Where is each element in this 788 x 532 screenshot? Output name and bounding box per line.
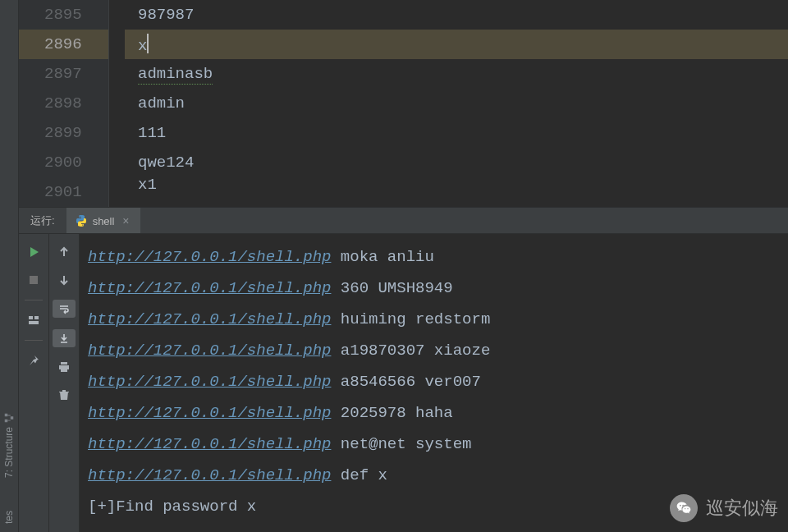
gutter-line-number: 2900 — [19, 154, 108, 172]
trash-icon[interactable] — [54, 387, 74, 403]
watermark: 巡安似海 — [670, 494, 778, 522]
soft-wrap-icon[interactable] — [53, 300, 76, 318]
console-text: def x — [331, 466, 387, 484]
console-url[interactable]: http://127.0.0.1/shell.php — [88, 435, 331, 453]
code-line[interactable]: 987987 — [125, 6, 194, 24]
wechat-icon — [670, 494, 698, 522]
console-text: moka anliu — [331, 248, 433, 266]
gutter-line-number: 2897 — [19, 65, 108, 83]
console-url[interactable]: http://127.0.0.1/shell.php — [88, 342, 331, 360]
svg-rect-1 — [5, 420, 8, 423]
layout-icon[interactable] — [24, 312, 44, 328]
svg-rect-3 — [30, 276, 38, 284]
console-output[interactable]: http://127.0.0.1/shell.php moka anliuhtt… — [80, 234, 788, 532]
stop-icon[interactable] — [24, 272, 44, 288]
up-icon[interactable] — [54, 244, 74, 260]
console-url[interactable]: http://127.0.0.1/shell.php — [88, 248, 331, 266]
console-url[interactable]: http://127.0.0.1/shell.php — [88, 404, 331, 422]
console-text: huiming redstorm — [331, 310, 490, 328]
code-line[interactable]: x — [125, 34, 149, 55]
structure-toolwindow-label[interactable]: 7: Structure — [3, 427, 15, 478]
console-text: a8546566 ver007 — [331, 373, 480, 391]
console-text: 2025978 haha — [331, 404, 452, 422]
watermark-text: 巡安似海 — [706, 496, 778, 521]
code-line[interactable]: adminasb — [125, 65, 213, 83]
editor-code-area[interactable]: 987987xadminasbadmin111qwe124x1 — [109, 0, 788, 207]
gutter-line-number: 2896 — [19, 35, 108, 53]
down-icon[interactable] — [54, 272, 74, 288]
run-toolwindow-body: http://127.0.0.1/shell.php moka anliuhtt… — [19, 234, 788, 532]
tab-label: shell — [93, 215, 115, 227]
tab-shell[interactable]: shell × — [66, 208, 141, 233]
console-url[interactable]: http://127.0.0.1/shell.php — [88, 279, 331, 297]
editor-gutter: 2895289628972898289929002901 — [19, 0, 109, 207]
run-toolbar-right — [49, 234, 80, 532]
console-text: a19870307 xiaoze — [331, 342, 490, 360]
code-line[interactable]: qwe124 — [125, 154, 194, 172]
run-toolwindow-header: 运行: shell × — [19, 207, 788, 234]
close-icon[interactable]: × — [119, 214, 132, 227]
console-url[interactable]: http://127.0.0.1/shell.php — [88, 466, 331, 484]
pin-icon[interactable] — [24, 352, 44, 369]
console-text: net@net system — [331, 435, 471, 453]
svg-rect-2 — [11, 416, 14, 420]
separator — [25, 300, 43, 300]
svg-rect-4 — [29, 316, 33, 319]
gutter-line-number: 2895 — [19, 6, 108, 24]
play-icon[interactable] — [24, 244, 44, 260]
gutter-line-number: 2901 — [19, 183, 108, 201]
run-toolbar-left — [19, 234, 49, 532]
svg-rect-0 — [5, 414, 8, 417]
gutter-line-number: 2899 — [19, 124, 108, 142]
console-text: 360 UMSH8949 — [331, 279, 452, 297]
console-url[interactable]: http://127.0.0.1/shell.php — [88, 310, 331, 328]
editor: 2895289628972898289929002901 987987xadmi… — [19, 0, 788, 207]
favorites-partial-label[interactable]: tes — [3, 511, 15, 524]
separator — [25, 340, 43, 341]
svg-rect-6 — [29, 321, 39, 324]
code-line[interactable]: admin — [125, 94, 185, 112]
print-icon[interactable] — [54, 359, 74, 375]
python-icon — [75, 214, 88, 227]
svg-rect-5 — [34, 316, 39, 319]
code-line[interactable]: x1 — [125, 177, 157, 192]
left-toolwindow-strip: 7: Structure tes — [0, 0, 19, 532]
console-url[interactable]: http://127.0.0.1/shell.php — [88, 373, 331, 391]
structure-tool-icon[interactable] — [3, 412, 15, 424]
run-label: 运行: — [19, 213, 66, 228]
text-caret — [147, 34, 149, 53]
code-line[interactable]: 111 — [125, 124, 166, 142]
gutter-line-number: 2898 — [19, 94, 108, 112]
scroll-to-end-icon[interactable] — [53, 329, 76, 347]
